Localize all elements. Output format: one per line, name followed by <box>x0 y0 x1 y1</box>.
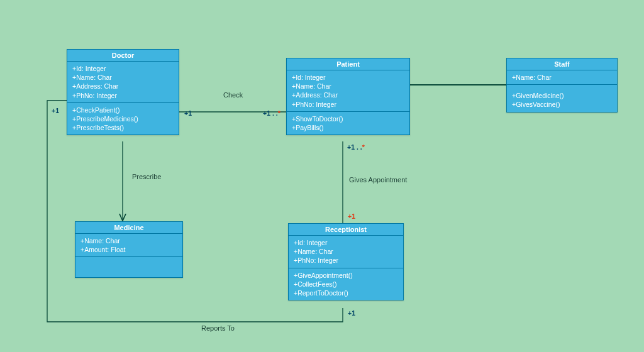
class-title: Medicine <box>75 222 182 234</box>
class-staff: Staff +Name: Char +GivenMedicine() +Give… <box>506 58 618 113</box>
mult-recept-bottom: +1 <box>348 309 355 317</box>
class-title: Patient <box>287 58 409 70</box>
class-methods <box>75 257 182 277</box>
class-attrs: +Id: Integer +Name: Char +Address: Char … <box>287 70 409 112</box>
label-reports-to: Reports To <box>201 324 235 332</box>
class-medicine: Medicine +Name: Char +Amount: Float <box>75 221 183 278</box>
mult-doctor-left: +1 <box>52 107 59 114</box>
class-doctor: Doctor +Id: Integer +Name: Char +Address… <box>67 49 179 135</box>
class-methods: +GiveAppointment() +CollectFees() +Repor… <box>289 268 403 300</box>
class-title: Receptionist <box>289 224 403 236</box>
mult-recept-top: +1 <box>348 212 355 220</box>
class-attrs: +Id: Integer +Name: Char +Address: Char … <box>67 62 179 103</box>
class-attrs: +Name: Char <box>507 70 617 85</box>
class-methods: +GivenMedicine() +GivesVaccine() <box>507 85 617 111</box>
class-title: Staff <box>507 58 617 70</box>
label-check: Check <box>223 91 243 99</box>
label-prescribe: Prescribe <box>132 173 161 180</box>
class-methods: +ShowToDoctor() +PayBills() <box>287 112 409 135</box>
class-patient: Patient +Id: Integer +Name: Char +Addres… <box>286 58 410 135</box>
class-title: Doctor <box>67 50 179 62</box>
label-gives-appointment: Gives Appointment <box>349 176 407 184</box>
class-receptionist: Receptionist +Id: Integer +Name: Char +P… <box>288 223 404 300</box>
class-attrs: +Id: Integer +Name: Char +PhNo: Integer <box>289 236 403 268</box>
mult-doctor-right: +1 <box>184 109 192 117</box>
mult-patient-bottom: +1 . .* <box>347 143 365 151</box>
mult-patient-left: +1 . .* <box>263 109 280 117</box>
class-methods: +CheckPatient() +PrescribeMedicines() +P… <box>67 103 179 135</box>
class-attrs: +Name: Char +Amount: Float <box>75 234 182 257</box>
